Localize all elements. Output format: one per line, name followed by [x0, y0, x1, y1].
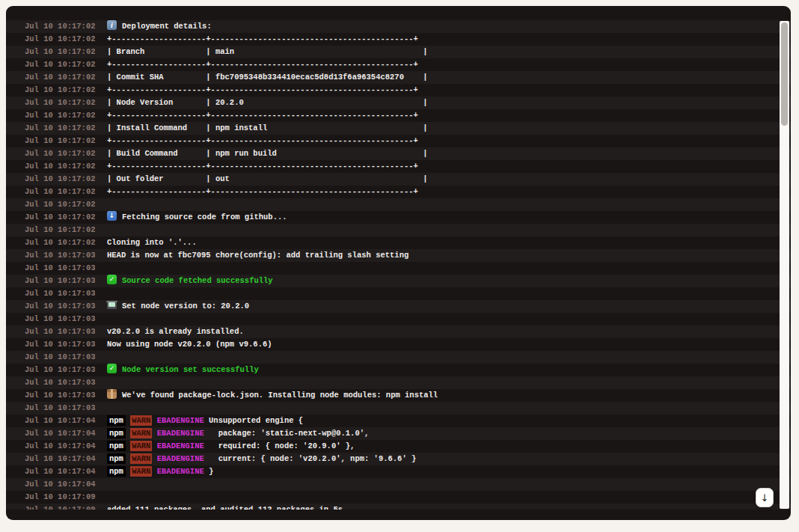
log-line: Jul 10 10:17:02| Branch | main |	[6, 46, 791, 58]
log-segment: EBADENGINE	[157, 441, 204, 450]
log-timestamp: Jul 10 10:17:02	[25, 84, 107, 97]
scroll-to-bottom-button[interactable]	[756, 488, 774, 507]
log-text: +--------------------+------------------…	[107, 136, 418, 145]
log-line: Jul 10 10:17:02| Commit SHA | fbc7095348…	[6, 71, 791, 84]
log-segment: Node version set successfully	[122, 365, 259, 374]
log-timestamp: Jul 10 10:17:03	[25, 351, 107, 364]
log-segment: package: 'static-next-wp@0.1.0',	[204, 429, 370, 438]
log-segment: | Out folder | out |	[107, 174, 427, 183]
log-timestamp: Jul 10 10:17:02	[25, 109, 107, 122]
log-text: We've found package-lock.json. Installin…	[107, 391, 438, 400]
log-timestamp: Jul 10 10:17:03	[25, 287, 107, 300]
log-text: +--------------------+------------------…	[107, 111, 418, 120]
log-timestamp: Jul 10 10:17:04	[25, 427, 107, 440]
log-timestamp: Jul 10 10:17:04	[25, 440, 107, 453]
log-text: npm WARN EBADENGINE }	[107, 466, 213, 477]
scrollbar-thumb[interactable]	[781, 22, 788, 126]
log-line: Jul 10 10:17:02+--------------------+---…	[6, 135, 791, 147]
log-timestamp: Jul 10 10:17:03	[25, 249, 107, 262]
warn-badge: WARN	[130, 453, 152, 464]
log-text: | Node Version | 20.2.0 |	[107, 98, 427, 107]
npm-badge: npm	[107, 466, 126, 477]
log-text: +--------------------+------------------…	[107, 60, 418, 69]
log-timestamp: Jul 10 10:17:04	[25, 453, 107, 465]
log-text: v20.2.0 is already installed.	[107, 327, 244, 336]
log-timestamp: Jul 10 10:17:03	[25, 313, 107, 325]
npm-badge: npm	[107, 453, 126, 464]
log-segment: HEAD is now at fbc7095 chore(config): ad…	[107, 251, 408, 260]
log-text: npm WARN EBADENGINE Unsupported engine {	[107, 415, 303, 426]
log-segment: Deployment details:	[122, 22, 212, 31]
laptop-icon	[107, 301, 117, 309]
scrollbar-track[interactable]	[780, 21, 789, 509]
log-timestamp: Jul 10 10:17:04	[25, 415, 107, 427]
log-timestamp: Jul 10 10:17:02	[25, 122, 107, 135]
log-segment: }	[204, 467, 214, 476]
log-line: Jul 10 10:17:02Cloning into '.'...	[6, 236, 791, 249]
log-timestamp: Jul 10 10:17:02	[25, 58, 107, 71]
npm-badge: npm	[107, 441, 126, 451]
warn-badge: WARN	[130, 466, 152, 477]
warn-badge: WARN	[130, 415, 152, 426]
check-icon	[107, 275, 117, 284]
log-text: | Install Command | npm install |	[107, 123, 427, 132]
log-text: Set node version to: 20.2.0	[107, 302, 249, 311]
log-line: Jul 10 10:17:02Fetching source code from…	[6, 211, 791, 224]
log-line: Jul 10 10:17:02+--------------------+---…	[6, 58, 791, 71]
log-line: Jul 10 10:17:03	[6, 313, 791, 325]
info-icon	[107, 20, 117, 30]
log-timestamp: Jul 10 10:17:02	[25, 147, 107, 160]
log-timestamp: Jul 10 10:17:03	[25, 389, 107, 402]
log-line: Jul 10 10:17:02+--------------------+---…	[6, 109, 791, 122]
log-segment: | Node Version | 20.2.0 |	[107, 98, 427, 107]
log-timestamp: Jul 10 10:17:09	[25, 491, 107, 504]
log-timestamp: Jul 10 10:17:02	[25, 160, 107, 173]
log-timestamp: Jul 10 10:17:02	[25, 173, 107, 186]
deployment-log-terminal: Jul 10 10:17:02Deployment details:Jul 10…	[6, 6, 791, 520]
log-timestamp: Jul 10 10:17:02	[25, 224, 107, 236]
log-segment: Set node version to: 20.2.0	[122, 302, 249, 311]
log-timestamp: Jul 10 10:17:02	[25, 211, 107, 224]
warn-badge: WARN	[130, 441, 152, 451]
log-timestamp: Jul 10 10:17:09	[25, 504, 107, 510]
log-line: Jul 10 10:17:03	[6, 376, 791, 389]
log-text: added 111 packages, and audited 112 pack…	[107, 505, 343, 510]
log-line: Jul 10 10:17:03	[6, 402, 791, 415]
log-line: Jul 10 10:17:02	[6, 224, 791, 236]
log-segment: Now using node v20.2.0 (npm v9.6.6)	[107, 340, 272, 349]
log-line: Jul 10 10:17:03HEAD is now at fbc7095 ch…	[6, 249, 791, 262]
log-line: Jul 10 10:17:03	[6, 262, 791, 275]
log-segment: EBADENGINE	[157, 429, 204, 438]
log-segment: Cloning into '.'...	[107, 238, 197, 247]
log-timestamp: Jul 10 10:17:02	[25, 198, 107, 211]
log-timestamp: Jul 10 10:17:03	[25, 275, 107, 287]
log-timestamp: Jul 10 10:17:03	[25, 262, 107, 275]
log-timestamp: Jul 10 10:17:03	[25, 338, 107, 351]
log-text: | Branch | main |	[107, 47, 427, 56]
log-segment: +--------------------+------------------…	[107, 85, 418, 94]
log-line: Jul 10 10:17:02+--------------------+---…	[6, 160, 791, 173]
log-line: Jul 10 10:17:02| Install Command | npm i…	[6, 122, 791, 135]
log-text: Node version set successfully	[107, 365, 259, 374]
log-line: Jul 10 10:17:04	[6, 478, 791, 491]
log-segment: EBADENGINE	[157, 454, 204, 463]
log-line: Jul 10 10:17:03Node version set successf…	[6, 364, 791, 376]
log-text: +--------------------+------------------…	[107, 162, 418, 171]
log-segment: +--------------------+------------------…	[107, 162, 418, 171]
npm-badge: npm	[107, 415, 126, 426]
log-line: Jul 10 10:17:02+--------------------+---…	[6, 84, 791, 97]
log-line: Jul 10 10:17:02+--------------------+---…	[6, 33, 791, 46]
log-text: Fetching source code from github...	[107, 213, 287, 221]
log-line: Jul 10 10:17:03v20.2.0 is already instal…	[6, 325, 791, 338]
log-line: Jul 10 10:17:02| Build Command | npm run…	[6, 147, 791, 160]
log-segment: added 111 packages, and audited 112 pack…	[107, 505, 343, 510]
log-timestamp: Jul 10 10:17:02	[25, 236, 107, 249]
log-line: Jul 10 10:17:03We've found package-lock.…	[6, 389, 791, 402]
log-segment: Source code fetched successfully	[122, 276, 273, 285]
log-line: Jul 10 10:17:04npm WARN EBADENGINE packa…	[6, 427, 791, 440]
log-timestamp: Jul 10 10:17:03	[25, 364, 107, 376]
log-timestamp: Jul 10 10:17:02	[25, 46, 107, 58]
log-text: | Out folder | out |	[107, 174, 427, 183]
log-line: Jul 10 10:17:02| Node Version | 20.2.0 |	[6, 97, 791, 109]
log-segment: +--------------------+------------------…	[107, 111, 418, 120]
